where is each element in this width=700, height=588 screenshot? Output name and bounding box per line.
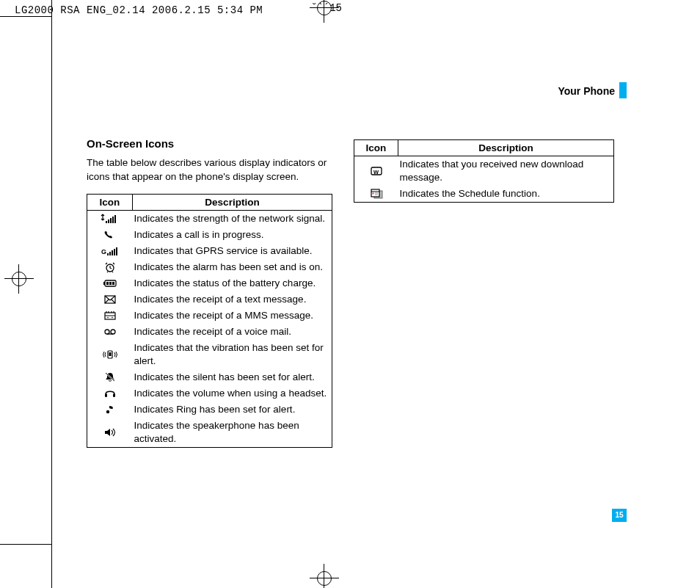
- registration-mark-icon: [12, 272, 26, 286]
- svg-rect-10: [116, 247, 117, 255]
- svg-point-27: [106, 410, 109, 413]
- signal-strength-icon: [100, 213, 120, 225]
- table-row: Indicates the strength of the network si…: [87, 211, 332, 228]
- th-icon: Icon: [87, 195, 133, 211]
- svg-rect-9: [114, 249, 115, 255]
- th-description: Description: [133, 195, 332, 211]
- download-message-icon: w: [366, 165, 387, 177]
- table-row: Indicates that the vibration has been se…: [87, 340, 332, 369]
- svg-rect-6: [107, 253, 109, 255]
- svg-rect-16: [112, 282, 114, 285]
- svg-rect-24: [109, 352, 111, 356]
- crop-mark: [51, 0, 52, 16]
- call-in-progress-icon: [100, 229, 120, 241]
- intro-paragraph: The table below describes various displa…: [87, 156, 332, 184]
- th-icon: Icon: [354, 140, 398, 156]
- registration-mark-icon: [317, 571, 332, 586]
- gprs-service-icon: G: [100, 245, 120, 257]
- desc-cell: Indicates the strength of the network si…: [133, 211, 332, 228]
- mms-message-icon: [100, 310, 120, 322]
- section-label: Your Phone: [558, 85, 615, 97]
- svg-rect-3: [112, 217, 114, 223]
- desc-cell: Indicates the silent has been set for al…: [133, 369, 332, 385]
- table-row: Indicates a call is in progress.: [87, 227, 332, 243]
- voicemail-icon: [100, 326, 120, 338]
- svg-point-20: [112, 317, 113, 319]
- table-row: Indicates the receipt of a text message.: [87, 291, 332, 308]
- icon-table-right: Icon Description w Indicates that you re…: [354, 139, 614, 203]
- crop-mark: [51, 544, 52, 588]
- svg-rect-8: [112, 250, 113, 255]
- svg-rect-2: [110, 218, 112, 223]
- text-message-icon: [100, 294, 120, 305]
- registration-mark-icon: [317, 1, 332, 15]
- speakerphone-icon: [100, 427, 120, 438]
- icon-table-left: Icon Description Indicates the strength …: [87, 194, 332, 448]
- svg-point-19: [107, 317, 109, 319]
- svg-rect-13: [103, 282, 105, 285]
- svg-rect-7: [109, 252, 111, 255]
- margin-line: [51, 16, 52, 544]
- vibration-alert-icon: [100, 349, 120, 360]
- desc-cell: Indicates the status of the battery char…: [133, 275, 332, 291]
- svg-rect-4: [114, 215, 116, 223]
- table-row: Indicates the volume when using a headse…: [87, 385, 332, 402]
- table-row: Indicates the status of the battery char…: [87, 275, 332, 291]
- crop-mark: [0, 544, 51, 545]
- alarm-icon: [100, 261, 120, 273]
- svg-rect-32: [372, 193, 373, 195]
- table-row: Indicates the receipt of a voice mail.: [87, 324, 332, 340]
- desc-cell: Indicates the receipt of a text message.: [133, 291, 332, 308]
- heading-on-screen-icons: On-Screen Icons: [87, 137, 332, 150]
- table-row: w Indicates that you received new downlo…: [354, 156, 614, 186]
- svg-rect-15: [109, 282, 112, 285]
- table-row: Indicates the silent has been set for al…: [87, 369, 332, 385]
- desc-cell: Indicates a call is in progress.: [133, 227, 332, 243]
- desc-cell: Indicates the Schedule function.: [398, 186, 614, 203]
- desc-cell: Indicates the receipt of a voice mail.: [133, 324, 332, 340]
- desc-cell: Indicates the speakerphone has been acti…: [133, 418, 332, 448]
- desc-cell: Indicates that GPRS service is available…: [133, 243, 332, 259]
- schedule-icon: [366, 188, 387, 200]
- table-row: Indicates the speakerphone has been acti…: [87, 418, 332, 448]
- desc-cell: Indicates the receipt of a MMS message.: [133, 308, 332, 324]
- table-row: Indicates the Schedule function.: [354, 186, 614, 203]
- silent-alert-icon: [100, 371, 120, 383]
- desc-cell: Indicates that you received new download…: [398, 156, 614, 186]
- svg-rect-25: [105, 393, 107, 397]
- svg-rect-0: [106, 221, 107, 223]
- svg-point-22: [111, 330, 115, 334]
- battery-icon: [100, 277, 120, 289]
- svg-text:G: G: [101, 248, 106, 255]
- svg-rect-1: [108, 219, 109, 223]
- desc-cell: Indicates the volume when using a headse…: [133, 385, 332, 402]
- svg-text:w: w: [373, 168, 379, 175]
- desc-cell: Indicates Ring has been set for alert.: [133, 402, 332, 418]
- ring-alert-icon: [100, 404, 120, 415]
- desc-cell: Indicates the alarm has been set and is …: [133, 259, 332, 275]
- headset-volume-icon: [100, 388, 120, 399]
- svg-rect-14: [106, 282, 109, 285]
- svg-point-21: [105, 330, 109, 334]
- desc-cell: Indicates that the vibration has been se…: [133, 340, 332, 369]
- page-number-badge: 15: [612, 509, 627, 522]
- crop-mark: [0, 16, 51, 17]
- svg-rect-26: [113, 393, 115, 397]
- table-row: G Indicates that GPRS service is availab…: [87, 243, 332, 259]
- th-description: Description: [398, 140, 614, 156]
- section-accent-box: [619, 82, 627, 98]
- table-row: Indicates the receipt of a MMS message.: [87, 308, 332, 324]
- table-row: Indicates Ring has been set for alert.: [87, 402, 332, 418]
- table-row: Indicates the alarm has been set and is …: [87, 259, 332, 275]
